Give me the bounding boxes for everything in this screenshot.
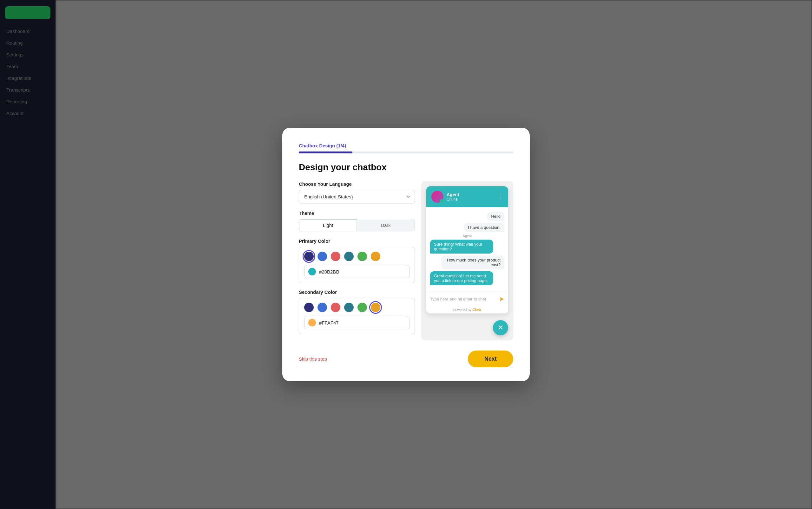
skip-button[interactable]: Skip this step — [299, 356, 327, 362]
primary-swatch-2[interactable] — [331, 252, 340, 261]
primary-swatch-0[interactable] — [304, 252, 314, 261]
secondary-swatch-0[interactable] — [304, 303, 314, 312]
left-panel: Choose Your Language English (United Sta… — [299, 181, 415, 340]
primary-swatch-4[interactable] — [357, 252, 367, 261]
progress-bar-track — [299, 151, 513, 154]
modal-chatbox-design: Chatbox Design (1/4) Design your chatbox… — [282, 128, 530, 381]
secondary-swatch-1[interactable] — [317, 303, 327, 312]
primary-color-preview — [308, 268, 316, 275]
next-button[interactable]: Next — [468, 350, 513, 367]
theme-toggle: Light Dark — [299, 219, 415, 231]
chat-input-placeholder[interactable]: Type here and hit enter to chat — [430, 297, 496, 301]
primary-swatch-3[interactable] — [344, 252, 354, 261]
powered-by-text: powered by — [453, 308, 471, 311]
chat-header-left: Agent Online — [431, 191, 459, 203]
msg-bubble-question: I have a question. — [464, 223, 504, 232]
theme-dark-button[interactable]: Dark — [357, 219, 414, 231]
agent-status-dot — [440, 199, 443, 203]
primary-swatch-row — [304, 252, 409, 261]
chat-messages: Hello I have a question. Agent Sure thin… — [426, 207, 508, 292]
primary-color-input[interactable] — [319, 269, 405, 274]
chat-input-area: Type here and hit enter to chat ➤ — [426, 292, 508, 306]
primary-color-label: Primary Color — [299, 238, 415, 244]
step-label: Chatbox Design (1/4) — [299, 143, 513, 148]
secondary-color-section: Secondary Color — [299, 290, 415, 334]
secondary-color-input[interactable] — [319, 320, 405, 326]
msg-sure: Sure thing! What was your question? — [430, 240, 504, 253]
msg-bubble-hello: Hello — [487, 212, 504, 221]
secondary-color-preview — [308, 319, 316, 327]
secondary-swatch-3[interactable] — [344, 303, 354, 312]
secondary-color-label: Secondary Color — [299, 290, 415, 295]
agent-avatar — [431, 191, 443, 203]
msg-bubble-sure: Sure thing! What was your question? — [430, 240, 493, 253]
language-label: Choose Your Language — [299, 181, 415, 187]
primary-color-swatches — [299, 247, 415, 283]
msg-bubble-cost: How much does your product cost? — [441, 256, 504, 269]
chat-menu-icon[interactable]: ⋮ — [497, 193, 503, 200]
msg-bubble-great: Great question! Let me send you a link t… — [430, 271, 493, 285]
send-icon[interactable]: ➤ — [499, 295, 504, 303]
msg-agent-label: Agent — [430, 234, 504, 238]
chat-close-button[interactable]: ✕ — [493, 320, 508, 335]
secondary-swatch-5[interactable] — [371, 303, 380, 312]
powered-by: powered by Clark — [426, 306, 508, 313]
primary-color-section: Primary Color — [299, 238, 415, 283]
primary-color-input-row — [304, 265, 409, 278]
modal-footer: Skip this step Next — [299, 350, 513, 367]
msg-hello: Hello — [430, 212, 504, 221]
theme-light-button[interactable]: Light — [299, 219, 357, 231]
msg-question: I have a question. — [430, 223, 504, 232]
secondary-swatch-4[interactable] — [357, 303, 367, 312]
chat-header: Agent Online ⋮ — [426, 186, 508, 207]
powered-by-brand: Clark — [472, 308, 481, 311]
language-select[interactable]: English (United States) — [299, 190, 415, 203]
agent-info: Agent Online — [447, 192, 459, 202]
modal-overlay: Chatbox Design (1/4) Design your chatbox… — [0, 0, 812, 509]
agent-status: Online — [447, 197, 459, 202]
msg-great: Great question! Let me send you a link t… — [430, 271, 504, 285]
secondary-color-input-row — [304, 316, 409, 329]
primary-swatch-5[interactable] — [371, 252, 380, 261]
secondary-swatch-2[interactable] — [331, 303, 340, 312]
primary-swatch-1[interactable] — [317, 252, 327, 261]
chat-preview-panel: Agent Online ⋮ Hello I have a question. — [421, 181, 513, 340]
agent-name: Agent — [447, 192, 459, 197]
chat-widget: Agent Online ⋮ Hello I have a question. — [426, 186, 508, 313]
secondary-color-swatches — [299, 298, 415, 334]
progress-bar-fill — [299, 151, 352, 154]
secondary-swatch-row — [304, 303, 409, 312]
modal-body: Choose Your Language English (United Sta… — [299, 181, 513, 340]
msg-cost: How much does your product cost? — [430, 256, 504, 269]
theme-label: Theme — [299, 210, 415, 216]
modal-title: Design your chatbox — [299, 162, 513, 172]
